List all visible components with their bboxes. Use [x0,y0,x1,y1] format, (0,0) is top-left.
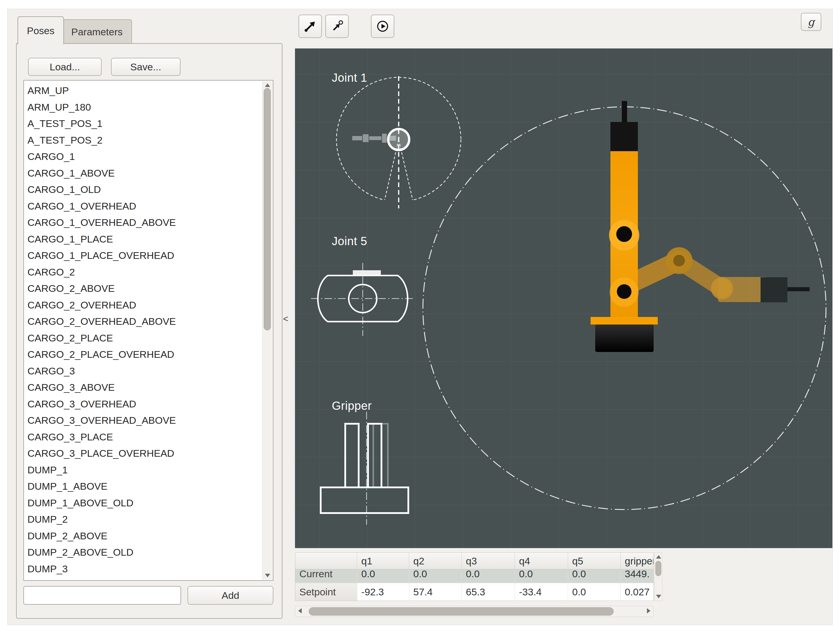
pose-list-item[interactable]: CARGO_2_OVERHEAD_ABOVE [27,313,259,330]
gripper-label: Gripper [332,399,372,413]
pose-list-item[interactable]: DUMP_3 [27,561,259,577]
pose-list-item[interactable]: DUMP_1_ABOVE [27,478,259,494]
scroll-left-icon[interactable] [298,608,302,613]
pose-list-item[interactable]: DUMP_1_ABOVE_OLD [27,494,259,511]
table-row-setpoint[interactable]: Setpoint -92.3 57.4 65.3 -33.4 0.0 0.027 [295,583,654,601]
table-horizontal-scrollbar[interactable] [295,606,654,617]
pose-list-item[interactable]: CARGO_3_OVERHEAD_ABOVE [27,412,259,429]
column-header: q4 [515,553,568,569]
scroll-up-icon[interactable] [265,83,270,87]
joint-table-header: q1 q2 q3 q4 q5 gripper [295,553,654,569]
pose-arrow-small-icon [330,19,344,33]
pose-list-item[interactable]: CARGO_2_PLACE [27,330,259,346]
table-hscroll-thumb[interactable] [309,607,614,616]
pose-list-item[interactable]: CARGO_1_OVERHEAD_ABOVE [27,214,259,231]
row-header: Setpoint [295,583,357,601]
pose-list-item[interactable]: CARGO_3 [27,363,259,379]
joint-value-cell[interactable]: -92.3 [357,583,409,601]
pose-list-item[interactable]: CARGO_1 [27,148,259,165]
column-header: q1 [357,553,409,569]
scroll-up-icon[interactable] [656,555,661,559]
pose-arrow-icon [303,19,317,33]
joint-table-rows: Current 0.0 0.0 0.0 0.0 0.0 3449. Setpoi… [295,569,654,601]
pose-list-item[interactable]: CARGO_1_PLACE [27,231,259,247]
pose-list-item[interactable]: DUMP_2 [27,511,259,528]
joint-value-cell[interactable]: 57.4 [409,583,462,601]
pose-list-item[interactable]: CARGO_3_PLACE [27,429,259,446]
joint-value-cell: 3449. [621,569,654,583]
joint-value-cell[interactable]: 0.0 [568,583,621,601]
joint-value-cell[interactable]: 0.027 [621,583,654,601]
pose-list-item[interactable]: CARGO_2_PLACE_OVERHEAD [27,346,259,363]
joint-value-cell: 0.0 [357,569,409,583]
pose-list-scrollbar[interactable] [262,81,272,579]
pose-list-item[interactable]: DUMP_2_ABOVE [27,528,259,544]
pose-list-item[interactable]: CARGO_3_ABOVE [27,379,259,396]
pose-list-item[interactable]: CARGO_1_OVERHEAD [27,198,259,214]
pose-list-item[interactable]: A_TEST_POS_1 [27,115,259,132]
pose-list-scroll-thumb[interactable] [264,88,271,331]
pose-list-item[interactable]: CARGO_1_ABOVE [27,165,259,181]
pose-list-item[interactable]: DUMP_2_ABOVE_OLD [27,544,259,561]
pose-list-item[interactable]: CARGO_3_PLACE_OVERHEAD [27,445,259,462]
robot-drawing [295,49,832,548]
joint-value-cell: 0.0 [515,569,568,583]
jog-to-pose-button[interactable] [325,14,349,38]
column-header: q5 [568,553,621,569]
table-vscroll-thumb[interactable] [655,561,661,576]
pose-list-item[interactable]: CARGO_2_OVERHEAD [27,297,259,313]
pose-list-item[interactable]: A_TEST_POS_2 [27,132,259,148]
pose-list-item[interactable]: ARM_UP [27,82,259,99]
joint-value-cell: 0.0 [462,569,515,583]
tab-poses-label: Poses [27,25,55,36]
pose-list-item[interactable]: CARGO_2 [27,264,259,280]
joint-value-cell: 0.0 [409,569,462,583]
joint-table-body[interactable]: Current 0.0 0.0 0.0 0.0 0.0 3449. Setpoi… [295,569,654,601]
row-header: Current [295,569,357,583]
joint-value-cell: 0.0 [568,569,621,583]
pose-list-item[interactable]: CARGO_1_OLD [27,181,259,198]
new-pose-name-input[interactable] [24,586,181,605]
save-button[interactable]: Save... [111,58,180,76]
play-trajectory-button[interactable] [371,14,394,38]
pose-list-item[interactable]: CARGO_1_PLACE_OVERHEAD [27,247,259,264]
column-header: q2 [409,553,462,569]
joint1-label: Joint 1 [332,71,367,84]
pose-list-items: ARM_UP ARM_UP_180 A_TEST_POS_1 A_TEST_PO… [27,82,259,578]
joint-value-cell[interactable]: -33.4 [515,583,568,601]
pose-list-item[interactable]: DUMP_1 [27,462,259,478]
scroll-down-icon[interactable] [656,595,661,598]
tab-poses[interactable]: Poses [17,16,64,44]
panel-collapse-handle[interactable]: < [280,309,292,329]
go-to-pose-button[interactable] [298,14,322,38]
tab-parameters[interactable]: Parameters [62,19,132,44]
load-button[interactable]: Load... [28,58,102,76]
table-vertical-scrollbar[interactable] [654,553,662,601]
pose-list-item[interactable]: CARGO_3_OVERHEAD [27,396,259,413]
scroll-down-icon[interactable] [265,574,270,577]
column-header [295,553,357,569]
tab-parameters-label: Parameters [71,26,123,38]
column-header: gripper [621,553,654,569]
joint5-label: Joint 5 [332,235,367,248]
scroll-right-icon[interactable] [647,608,651,613]
joint-value-cell[interactable]: 65.3 [462,583,515,601]
robot-visualization-canvas[interactable]: Joint 1 Joint 5 Gripper [295,49,832,548]
table-row-current[interactable]: Current 0.0 0.0 0.0 0.0 0.0 3449. [295,569,654,583]
column-header: q3 [462,553,515,569]
grid-toggle-button[interactable]: g [801,13,821,31]
add-pose-button[interactable]: Add [188,586,273,605]
pose-list-item[interactable]: CARGO_2_ABOVE [27,280,259,297]
play-circle-icon [376,19,390,33]
pose-list-item[interactable]: ARM_UP_180 [27,99,259,116]
pose-list[interactable]: ARM_UP ARM_UP_180 A_TEST_POS_1 A_TEST_PO… [24,80,273,581]
